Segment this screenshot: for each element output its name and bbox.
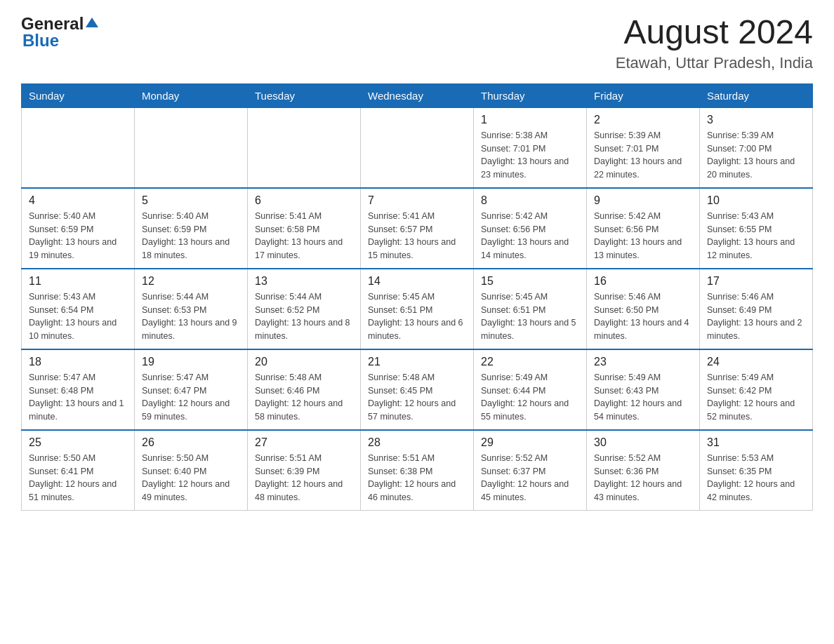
calendar-cell: 7Sunrise: 5:41 AMSunset: 6:57 PMDaylight… [361,188,474,269]
day-number: 19 [142,356,240,368]
day-info: Sunrise: 5:46 AMSunset: 6:49 PMDaylight:… [707,290,805,343]
day-info: Sunrise: 5:50 AMSunset: 6:40 PMDaylight:… [142,452,240,504]
calendar-cell: 31Sunrise: 5:53 AMSunset: 6:35 PMDayligh… [700,430,813,511]
day-number: 17 [707,275,805,288]
week-row-3: 11Sunrise: 5:43 AMSunset: 6:54 PMDayligh… [22,269,813,349]
day-number: 9 [594,194,692,207]
day-info: Sunrise: 5:44 AMSunset: 6:52 PMDaylight:… [255,290,353,343]
calendar-cell: 3Sunrise: 5:39 AMSunset: 7:00 PMDaylight… [700,107,813,188]
day-number: 16 [594,275,692,288]
header-thursday: Thursday [474,83,587,107]
day-info: Sunrise: 5:43 AMSunset: 6:54 PMDaylight:… [29,290,127,343]
header-sunday: Sunday [22,83,135,107]
calendar-cell: 2Sunrise: 5:39 AMSunset: 7:01 PMDaylight… [587,107,700,188]
calendar-cell: 29Sunrise: 5:52 AMSunset: 6:37 PMDayligh… [474,430,587,511]
day-info: Sunrise: 5:41 AMSunset: 6:57 PMDaylight:… [368,210,466,262]
day-info: Sunrise: 5:47 AMSunset: 6:48 PMDaylight:… [29,371,127,424]
calendar-cell: 30Sunrise: 5:52 AMSunset: 6:36 PMDayligh… [587,430,700,511]
header-tuesday: Tuesday [248,83,361,107]
calendar-cell: 27Sunrise: 5:51 AMSunset: 6:39 PMDayligh… [248,430,361,511]
week-row-5: 25Sunrise: 5:50 AMSunset: 6:41 PMDayligh… [22,430,813,511]
day-number: 21 [368,356,466,368]
day-number: 8 [481,194,579,207]
day-info: Sunrise: 5:45 AMSunset: 6:51 PMDaylight:… [481,290,579,343]
day-number: 18 [29,356,127,368]
day-info: Sunrise: 5:40 AMSunset: 6:59 PMDaylight:… [29,210,127,262]
day-number: 28 [368,436,466,449]
day-info: Sunrise: 5:53 AMSunset: 6:35 PMDaylight:… [707,452,805,504]
calendar-cell [135,107,248,188]
day-info: Sunrise: 5:50 AMSunset: 6:41 PMDaylight:… [29,452,127,504]
calendar-cell: 8Sunrise: 5:42 AMSunset: 6:56 PMDaylight… [474,188,587,269]
day-number: 5 [142,194,240,207]
day-number: 6 [255,194,353,207]
calendar-cell: 15Sunrise: 5:45 AMSunset: 6:51 PMDayligh… [474,269,587,349]
page-header: General Blue August 2024 Etawah, Uttar P… [21,14,813,72]
day-number: 25 [29,436,127,449]
day-info: Sunrise: 5:44 AMSunset: 6:53 PMDaylight:… [142,290,240,343]
day-info: Sunrise: 5:40 AMSunset: 6:59 PMDaylight:… [142,210,240,262]
calendar-cell: 17Sunrise: 5:46 AMSunset: 6:49 PMDayligh… [700,269,813,349]
day-info: Sunrise: 5:48 AMSunset: 6:46 PMDaylight:… [255,371,353,424]
day-number: 2 [594,114,692,126]
calendar-cell: 21Sunrise: 5:48 AMSunset: 6:45 PMDayligh… [361,349,474,430]
calendar-cell: 9Sunrise: 5:42 AMSunset: 6:56 PMDaylight… [587,188,700,269]
day-info: Sunrise: 5:41 AMSunset: 6:58 PMDaylight:… [255,210,353,262]
calendar-cell: 28Sunrise: 5:51 AMSunset: 6:38 PMDayligh… [361,430,474,511]
header-monday: Monday [135,83,248,107]
day-info: Sunrise: 5:52 AMSunset: 6:36 PMDaylight:… [594,452,692,504]
day-info: Sunrise: 5:39 AMSunset: 7:00 PMDaylight:… [707,129,805,182]
calendar-cell: 4Sunrise: 5:40 AMSunset: 6:59 PMDaylight… [22,188,135,269]
day-info: Sunrise: 5:45 AMSunset: 6:51 PMDaylight:… [368,290,466,343]
day-info: Sunrise: 5:43 AMSunset: 6:55 PMDaylight:… [707,210,805,262]
day-info: Sunrise: 5:48 AMSunset: 6:45 PMDaylight:… [368,371,466,424]
calendar-cell: 23Sunrise: 5:49 AMSunset: 6:43 PMDayligh… [587,349,700,430]
calendar-cell: 19Sunrise: 5:47 AMSunset: 6:47 PMDayligh… [135,349,248,430]
calendar-cell: 6Sunrise: 5:41 AMSunset: 6:58 PMDaylight… [248,188,361,269]
day-info: Sunrise: 5:39 AMSunset: 7:01 PMDaylight:… [594,129,692,182]
day-info: Sunrise: 5:51 AMSunset: 6:39 PMDaylight:… [255,452,353,504]
day-number: 10 [707,194,805,207]
calendar-cell: 24Sunrise: 5:49 AMSunset: 6:42 PMDayligh… [700,349,813,430]
calendar-cell: 20Sunrise: 5:48 AMSunset: 6:46 PMDayligh… [248,349,361,430]
day-number: 15 [481,275,579,288]
calendar-cell: 22Sunrise: 5:49 AMSunset: 6:44 PMDayligh… [474,349,587,430]
logo: General Blue [21,14,98,51]
calendar-cell: 18Sunrise: 5:47 AMSunset: 6:48 PMDayligh… [22,349,135,430]
calendar-cell [248,107,361,188]
header-saturday: Saturday [700,83,813,107]
calendar-cell [361,107,474,188]
day-info: Sunrise: 5:38 AMSunset: 7:01 PMDaylight:… [481,129,579,182]
week-row-2: 4Sunrise: 5:40 AMSunset: 6:59 PMDaylight… [22,188,813,269]
day-number: 27 [255,436,353,449]
week-row-4: 18Sunrise: 5:47 AMSunset: 6:48 PMDayligh… [22,349,813,430]
week-row-1: 1Sunrise: 5:38 AMSunset: 7:01 PMDaylight… [22,107,813,188]
day-number: 20 [255,356,353,368]
day-info: Sunrise: 5:42 AMSunset: 6:56 PMDaylight:… [481,210,579,262]
calendar-subtitle: Etawah, Uttar Pradesh, India [616,54,813,72]
day-info: Sunrise: 5:49 AMSunset: 6:44 PMDaylight:… [481,371,579,424]
day-info: Sunrise: 5:42 AMSunset: 6:56 PMDaylight:… [594,210,692,262]
day-info: Sunrise: 5:46 AMSunset: 6:50 PMDaylight:… [594,290,692,343]
calendar-cell: 11Sunrise: 5:43 AMSunset: 6:54 PMDayligh… [22,269,135,349]
day-number: 1 [481,114,579,126]
calendar-cell: 13Sunrise: 5:44 AMSunset: 6:52 PMDayligh… [248,269,361,349]
header-wednesday: Wednesday [361,83,474,107]
day-number: 11 [29,275,127,288]
day-info: Sunrise: 5:49 AMSunset: 6:42 PMDaylight:… [707,371,805,424]
logo-triangle-icon [86,18,98,27]
calendar-cell [22,107,135,188]
day-info: Sunrise: 5:52 AMSunset: 6:37 PMDaylight:… [481,452,579,504]
calendar-cell: 16Sunrise: 5:46 AMSunset: 6:50 PMDayligh… [587,269,700,349]
calendar-cell: 5Sunrise: 5:40 AMSunset: 6:59 PMDaylight… [135,188,248,269]
day-number: 4 [29,194,127,207]
calendar-cell: 14Sunrise: 5:45 AMSunset: 6:51 PMDayligh… [361,269,474,349]
title-block: August 2024 Etawah, Uttar Pradesh, India [616,14,813,72]
calendar-cell: 12Sunrise: 5:44 AMSunset: 6:53 PMDayligh… [135,269,248,349]
day-number: 24 [707,356,805,368]
day-info: Sunrise: 5:51 AMSunset: 6:38 PMDaylight:… [368,452,466,504]
day-number: 30 [594,436,692,449]
day-number: 26 [142,436,240,449]
day-number: 3 [707,114,805,126]
day-info: Sunrise: 5:47 AMSunset: 6:47 PMDaylight:… [142,371,240,424]
